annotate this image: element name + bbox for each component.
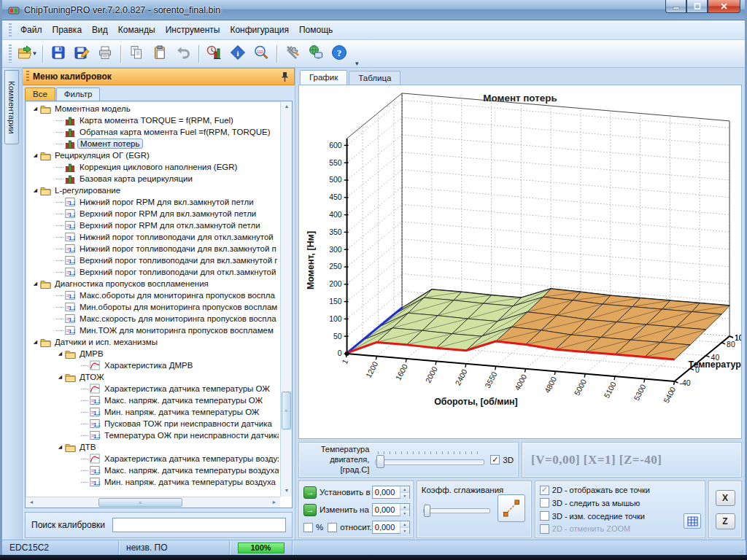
expander-icon[interactable]: ◢: [56, 374, 64, 380]
expander-icon[interactable]: ◢: [31, 187, 39, 193]
spinner-arrows[interactable]: ▲▼: [400, 521, 409, 533]
panel-header-grip[interactable]: [26, 71, 29, 82]
expander-icon[interactable]: ◢: [31, 152, 39, 158]
search-input[interactable]: [112, 518, 286, 532]
menu-item[interactable]: Конфигурация: [225, 22, 294, 38]
tree-item[interactable]: =1.2Верхний порог RPM для откл.замкнутой…: [27, 219, 279, 231]
dropdown-arrow-icon[interactable]: ▼: [32, 50, 38, 57]
option-checkbox[interactable]: [540, 511, 549, 521]
toolbar-grip[interactable]: [9, 44, 12, 63]
tree-item[interactable]: =1.2Мин. напряж. датчика температуры ОЖ: [27, 406, 279, 418]
tree-item[interactable]: =1.2Мин.обороты для мониторинга пропуско…: [27, 301, 279, 313]
engine-temp-slider[interactable]: [375, 451, 484, 470]
resize-grip[interactable]: ⣠: [739, 547, 743, 553]
horizontal-scroll-thumb[interactable]: ≡: [98, 498, 182, 507]
scroll-down-arrow[interactable]: ▼: [281, 486, 293, 497]
tree-item[interactable]: Характеристика ДМРВ: [27, 359, 279, 371]
smoothing-apply-button[interactable]: [498, 494, 525, 522]
scroll-up-arrow[interactable]: ▲: [281, 101, 293, 112]
tree-item[interactable]: =1.2Макс.скорость для мониторинга пропус…: [27, 313, 279, 324]
tree-item[interactable]: =1.2Пусковая ТОЖ при неисправности датчи…: [27, 418, 279, 429]
undo-button[interactable]: [172, 43, 194, 65]
slider-thumb[interactable]: [376, 455, 384, 468]
relative-checkbox[interactable]: [328, 523, 337, 532]
tree-item[interactable]: Обратная карта момента Fuel =f(RPM, TORQ…: [27, 126, 279, 138]
vertical-scroll-thumb[interactable]: ≡: [282, 392, 291, 429]
tree-item[interactable]: ◢Моментная модель: [27, 103, 279, 114]
option-checkbox[interactable]: [540, 486, 549, 495]
set-value-spinner[interactable]: 0,000 ▲▼: [372, 486, 410, 499]
axis-button-z[interactable]: Z: [716, 513, 735, 529]
grid-points-button[interactable]: [684, 513, 701, 529]
spinner-arrows[interactable]: ▲▼: [400, 486, 409, 498]
change-value-button[interactable]: →: [303, 504, 317, 516]
paste-button[interactable]: [149, 43, 171, 65]
slider-groove[interactable]: [423, 508, 490, 513]
set-value-button[interactable]: →: [303, 486, 317, 499]
view-tab-table[interactable]: Таблица: [349, 71, 400, 85]
tree-item[interactable]: =1.2Макс. напряж. датчика температуры ОЖ: [27, 394, 279, 406]
percent-checkbox[interactable]: [303, 523, 313, 532]
3d-checkbox[interactable]: [490, 455, 500, 464]
tree-item[interactable]: Момент потерь: [27, 138, 279, 149]
compare-maps-button[interactable]: [204, 43, 225, 65]
menu-item[interactable]: Инструменты: [160, 22, 225, 38]
scroll-right-arrow[interactable]: ►: [268, 497, 280, 508]
copy-button[interactable]: [125, 43, 147, 65]
menu-item[interactable]: Файл: [15, 22, 47, 38]
tree-item[interactable]: =1.2Температура ОЖ при неисправности дат…: [27, 429, 279, 441]
save-button[interactable]: [47, 43, 69, 65]
option-checkbox[interactable]: [540, 524, 549, 534]
tree-item[interactable]: =1.2Верхний порог топливоподачи для откл…: [27, 266, 279, 278]
tree-item[interactable]: =1.2Нижний порог топливоподачи для вкл.з…: [27, 243, 279, 254]
tree-item[interactable]: ◢Рециркуляция ОГ (EGR): [27, 149, 279, 161]
tree-item[interactable]: Карта момента TORQUE = f(RPM, Fuel): [27, 114, 279, 126]
menu-item[interactable]: Вид: [87, 22, 113, 38]
tree-item[interactable]: ◢L-регулирование: [27, 184, 279, 196]
3d-surface-chart[interactable]: 0501001502002503003504004505005506001120…: [299, 85, 741, 438]
tree-item[interactable]: Характеристика датчика температуры ОЖ: [27, 383, 279, 394]
smoothing-slider[interactable]: [423, 505, 490, 518]
save-as-button[interactable]: [71, 43, 93, 65]
tree-item[interactable]: =1.2Нижний порог топливоподачи для откл.…: [27, 231, 279, 243]
scroll-left-arrow[interactable]: ◄: [26, 497, 37, 508]
menu-grip[interactable]: [9, 23, 12, 36]
toolbar-overflow-chevron[interactable]: ▾: [355, 60, 359, 67]
tree-item[interactable]: ◢Диагностика пропусков воспламенения: [27, 278, 279, 289]
slider-thumb[interactable]: [424, 505, 430, 517]
axis-button-x[interactable]: X: [716, 490, 735, 506]
tree-item[interactable]: =1.2Мин. напряж. датчика температуры воз…: [27, 476, 279, 488]
expander-icon[interactable]: ◢: [31, 106, 39, 112]
option-checkbox[interactable]: [540, 498, 549, 508]
tree-vertical-scrollbar[interactable]: ▲ ≡ ▼: [280, 101, 292, 497]
print-button[interactable]: [94, 43, 116, 65]
tree-horizontal-scrollbar[interactable]: ◄ ≡ ►: [26, 497, 280, 508]
menu-item[interactable]: Команды: [113, 22, 160, 38]
expander-icon[interactable]: ◢: [31, 339, 39, 345]
tree-item[interactable]: =1.2Мин.ТОЖ для мониторинга пропусков во…: [27, 324, 279, 336]
minimize-button[interactable]: [665, 0, 686, 13]
spinner-arrows[interactable]: ▲▼: [400, 504, 409, 516]
slider-groove[interactable]: [375, 459, 484, 465]
view-tab-graph[interactable]: График: [300, 70, 347, 85]
tree-item[interactable]: ◢ДМРВ: [27, 348, 279, 359]
maximize-button[interactable]: [686, 0, 708, 13]
tree-item[interactable]: ◢Датчики и исп. механизмы: [27, 336, 279, 348]
tree-item[interactable]: =1.2Макс. напряж. датчика температуры во…: [27, 464, 279, 476]
info-button[interactable]: i: [227, 43, 249, 65]
tree-item[interactable]: ◢ДТОЖ: [27, 371, 279, 383]
menu-item[interactable]: Правка: [47, 22, 88, 38]
tools-button[interactable]: [282, 43, 303, 65]
zoom-preview-button[interactable]: 110: [250, 43, 272, 65]
tree-item[interactable]: =1.2Верхний порог топливоподачи для вкл.…: [27, 254, 279, 266]
expander-icon[interactable]: ◢: [56, 444, 64, 450]
title-bar[interactable]: ChipTuningPRO ver.7.2.0.827 - sorento_fi…: [2, 0, 745, 20]
relative-spinner[interactable]: 0,000 ▲▼: [372, 521, 410, 534]
online-update-button[interactable]: [305, 43, 327, 65]
calib-tab-all[interactable]: Все: [25, 88, 55, 101]
open-file-button[interactable]: ▼: [16, 43, 38, 65]
comments-tab[interactable]: Комментарии: [4, 70, 19, 144]
tree-item[interactable]: =1.2Макс.обороты для мониторинга пропуск…: [27, 289, 279, 301]
close-button[interactable]: [708, 0, 740, 13]
help-button[interactable]: ?: [328, 43, 350, 65]
